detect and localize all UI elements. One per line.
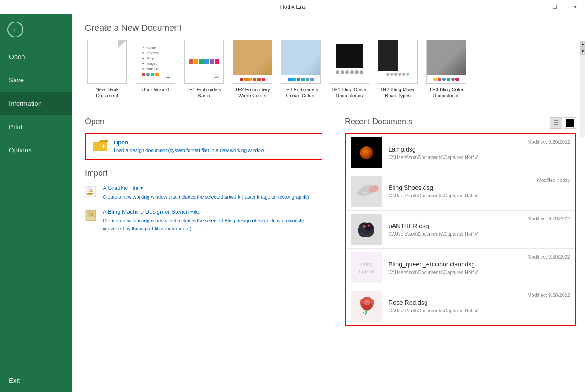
lamp-path: C:\Users\soft\Documents\Capturas Hotfix\ xyxy=(389,155,527,160)
open-text-block: Open Load a design document (system form… xyxy=(114,139,265,154)
template-th3[interactable]: TH3 Bling Color Rhinestones xyxy=(424,40,468,99)
graphic-text-block: A Graphic File ▾ Create a new working wi… xyxy=(103,185,311,200)
rose-date: Modified: 9/20/2022 xyxy=(527,291,570,298)
import-bling[interactable]: A Bling Machine Design or Stencil File C… xyxy=(85,208,322,233)
template-te3-label: TE3 Embroidery Ocean Colors xyxy=(279,86,323,99)
queen-info: Bling_queen_en color claro.dsg C:\Users\… xyxy=(389,261,527,275)
templates-row: New Blank Document ✓ Author ✓ Palettes xyxy=(85,40,572,104)
create-section: Create a New Document New Blank Document… xyxy=(72,14,585,108)
window-controls: — ☐ ✕ xyxy=(524,0,585,14)
sidebar-nav: Open Save Information Print Options xyxy=(0,45,72,369)
template-th3-label: TH3 Bling Color Rhinestones xyxy=(424,86,468,99)
sidebar-item-open[interactable]: Open xyxy=(0,45,72,68)
svg-point-23 xyxy=(364,300,370,305)
sidebar-item-options[interactable]: Options xyxy=(0,138,72,162)
grid-view-button[interactable]: ██ xyxy=(564,117,576,129)
svg-point-13 xyxy=(91,214,93,216)
sidebar-item-information[interactable]: Information xyxy=(0,92,72,115)
doc-corner-icon xyxy=(118,40,126,48)
wizard-line3: ✓ Hoop xyxy=(142,56,169,60)
recent-section: Recent Documents ☰ ██ Lamp.dsg xyxy=(336,108,585,335)
template-th1-label: TH1 Bling Cristal Rhinestones xyxy=(327,86,371,99)
recent-item-rose[interactable]: Rose Red.dsg C:\Users\soft\Documents\Cap… xyxy=(346,287,575,325)
panther-path: C:\Users\soft\Documents\Capturas Hotfix\ xyxy=(389,231,527,237)
svg-rect-11 xyxy=(87,211,95,217)
recent-item-shoes[interactable]: Bling Shoes.dsg C:\Users\soft\Documents\… xyxy=(346,172,575,211)
maximize-button[interactable]: ☐ xyxy=(544,0,565,14)
import-graphic[interactable]: A Graphic File ▾ Create a new working wi… xyxy=(85,185,322,200)
queen-name: Bling_queen_en color claro.dsg xyxy=(389,261,527,268)
lamp-info: Lamp.dsg C:\Users\soft\Documents\Captura… xyxy=(389,146,527,160)
wizard-icon: ✓ Author ✓ Palettes ✓ Hoop xyxy=(136,40,175,84)
view-toggle: ☰ ██ xyxy=(550,117,576,129)
scroll-up-button[interactable]: ▲ xyxy=(580,41,585,48)
bling-desc: Create a new working window that include… xyxy=(103,218,304,231)
queen-date: Modified: 9/20/2022 xyxy=(527,252,570,259)
recent-item-panther[interactable]: pANTHER.dsg C:\Users\soft\Documents\Capt… xyxy=(346,211,575,249)
lamp-thumbnail xyxy=(351,137,382,168)
te2-icon xyxy=(233,40,272,84)
template-te1[interactable]: → TE1 Embroidery Basic xyxy=(182,40,226,99)
rose-thumbnail xyxy=(351,291,382,322)
shoes-thumbnail xyxy=(351,176,382,207)
th3-icon xyxy=(426,40,466,84)
recent-item-queen[interactable]: BlingQueen Bling_queen_en color claro.ds… xyxy=(346,249,575,287)
th2-icon xyxy=(378,40,418,84)
template-wizard-label: Start Wizard xyxy=(142,86,169,92)
svg-point-17 xyxy=(363,225,366,228)
panther-date: Modified: 9/20/2022 xyxy=(527,214,570,221)
template-blank-label: New Blank Document xyxy=(85,86,129,99)
scroll-down-button[interactable]: ▼ xyxy=(580,48,585,55)
main-content: Create a New Document New Blank Document… xyxy=(72,14,585,392)
graphic-file-icon xyxy=(85,185,97,200)
open-box[interactable]: Open Load a design document (system form… xyxy=(85,133,322,160)
template-te2[interactable]: TE2 Embroidery Warm Colors xyxy=(230,40,274,99)
wizard-line2: ✓ Palettes xyxy=(142,51,169,55)
queen-thumbnail: BlingQueen xyxy=(351,252,382,283)
back-button[interactable]: ← xyxy=(4,18,26,41)
shoes-path: C:\Users\soft\Documents\Capturas Hotfix\ xyxy=(389,193,537,198)
title-bar: Hotfix Era — ☐ ✕ xyxy=(0,0,585,14)
te1-icon: → xyxy=(184,40,224,84)
wizard-arrow-icon: → xyxy=(164,73,171,81)
graphic-link: A Graphic File ▾ xyxy=(103,185,311,191)
wizard-line1: ✓ Author xyxy=(142,46,169,50)
open-import-section: Open Open xyxy=(72,108,336,335)
open-title: Open xyxy=(85,117,322,126)
template-te2-label: TE2 Embroidery Warm Colors xyxy=(230,86,274,99)
svg-rect-4 xyxy=(103,144,104,147)
template-te3[interactable]: TE3 Embroidery Ocean Colors xyxy=(279,40,323,99)
template-blank[interactable]: New Blank Document xyxy=(85,40,129,99)
rose-info: Rose Red.dsg C:\Users\soft\Documents\Cap… xyxy=(389,299,527,313)
rose-name: Rose Red.dsg xyxy=(389,299,527,306)
th1-icon xyxy=(330,40,369,84)
te3-icon xyxy=(281,40,321,84)
svg-point-18 xyxy=(367,225,370,227)
sidebar-item-print[interactable]: Print xyxy=(0,115,72,138)
rose-path: C:\Users\soft\Documents\Capturas Hotfix\ xyxy=(389,308,527,313)
recent-item-lamp[interactable]: Lamp.dsg C:\Users\soft\Documents\Captura… xyxy=(346,134,575,172)
list-view-button[interactable]: ☰ xyxy=(550,117,562,129)
graphic-desc: Create a new working window that include… xyxy=(103,194,311,200)
template-th2[interactable]: TH2 Bling Mixed Bead Types xyxy=(376,40,420,99)
template-te1-label: TE1 Embroidery Basic xyxy=(182,86,226,99)
panther-name: pANTHER.dsg xyxy=(389,222,527,229)
exit-button[interactable]: Exit xyxy=(0,369,72,392)
lower-section: Open Open xyxy=(72,108,585,335)
shoes-name: Bling Shoes.dsg xyxy=(389,184,537,191)
wizard-line4: ✓ Images xyxy=(142,62,169,66)
sidebar-item-save[interactable]: Save xyxy=(0,68,72,92)
svg-point-15 xyxy=(91,213,93,214)
app-container: ← Open Save Information Print Options Ex… xyxy=(0,14,585,392)
shoes-date: Modified: today xyxy=(537,176,570,183)
create-title: Create a New Document xyxy=(85,23,572,33)
lamp-date: Modified: 9/20/2022 xyxy=(527,137,570,144)
template-th1[interactable]: TH1 Bling Cristal Rhinestones xyxy=(327,40,371,99)
minimize-button[interactable]: — xyxy=(524,0,544,14)
shoes-info: Bling Shoes.dsg C:\Users\soft\Documents\… xyxy=(389,184,537,198)
close-button[interactable]: ✕ xyxy=(565,0,585,14)
lamp-name: Lamp.dsg xyxy=(389,146,527,153)
template-wizard[interactable]: ✓ Author ✓ Palettes ✓ Hoop xyxy=(133,40,178,92)
app-title: Hotfix Era xyxy=(280,4,305,10)
queen-path: C:\Users\soft\Documents\Capturas Hotfix\ xyxy=(389,270,527,275)
